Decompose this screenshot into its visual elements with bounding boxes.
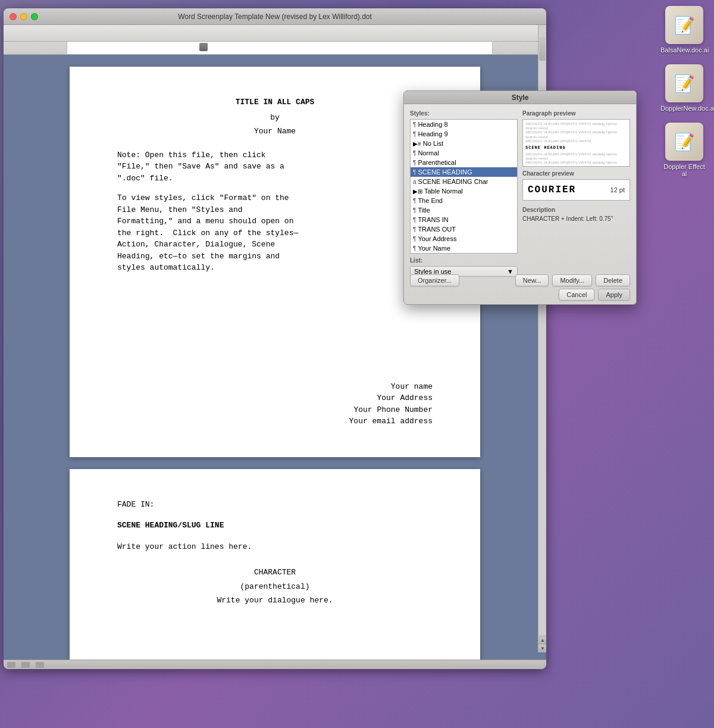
- para-mark: ¶: [413, 217, 416, 223]
- char-preview-section: Character preview COURIER 12 pt: [522, 170, 630, 201]
- page-title: TITLE IN ALL CAPS: [117, 96, 433, 108]
- contact-name: Your name: [117, 381, 433, 393]
- style-name-scene-heading-char: SCENE HEADING Char: [418, 178, 488, 185]
- style-name-trans-in: TRANS IN: [418, 216, 448, 223]
- char-preview-label: Character preview: [522, 170, 630, 177]
- status-icon-1: [7, 662, 15, 668]
- char-preview-font: COURIER: [528, 185, 576, 195]
- style-item-normal[interactable]: ¶ Normal: [411, 148, 517, 158]
- para-mark: ¶: [413, 150, 416, 157]
- para-mark: ¶: [413, 207, 416, 214]
- balsa-icon-label: BalsaNew.doc.ai: [660, 46, 708, 54]
- style-item-trans-in[interactable]: ¶ TRANS IN: [411, 215, 517, 224]
- ruler-slider[interactable]: [199, 43, 208, 51]
- ruler-inner: [67, 42, 493, 54]
- style-dialog: Style Styles: ¶ Heading 8 ¶ Heading 9 ▶≡…: [403, 90, 637, 305]
- style-name-the-end: The End: [418, 197, 443, 204]
- contact-address: Your Address: [117, 392, 433, 404]
- para-mark: ¶: [413, 226, 416, 233]
- page-by: by: [117, 112, 433, 124]
- page-contact-info: Your name Your Address Your Phone Number…: [117, 381, 433, 427]
- style-item-heading9[interactable]: ¶ Heading 9: [411, 129, 517, 139]
- para-mark: ¶: [413, 131, 416, 138]
- delete-button[interactable]: Delete: [596, 274, 630, 286]
- desktop-icons: 📝 BalsaNew.doc.ai 📝 DopplerNew.doc.ai 📝 …: [660, 6, 708, 177]
- doppler-effect-label: Doppler Effect al: [660, 163, 708, 177]
- dialog-buttons-row1: Organizer... New... Modify... Delete: [404, 272, 636, 286]
- right-buttons-group: New... Modify... Delete: [515, 274, 630, 286]
- scrollbar-thumb[interactable]: [539, 37, 546, 61]
- style-item-trans-out[interactable]: ¶ TRANS OUT: [411, 224, 517, 234]
- desktop-icon-balsa[interactable]: 📝 BalsaNew.doc.ai: [660, 6, 708, 54]
- style-item-your-address[interactable]: ¶ Your Address: [411, 234, 517, 243]
- maximize-button[interactable]: [31, 13, 38, 20]
- doppler-new-label: DopplerNew.doc.ai: [660, 105, 708, 112]
- page-2: FADE IN: SCENE HEADING/SLUG LINE Write y…: [70, 469, 480, 669]
- style-item-heading8[interactable]: ¶ Heading 8: [411, 120, 517, 129]
- para-preview: ABCDEFG HIJKLMN OPQRSTU VWXYZ abcdefg hi…: [522, 119, 630, 167]
- style-item-nolist[interactable]: ▶≡ No List: [411, 139, 517, 148]
- dialog-footer: Organizer... New... Modify... Delete Can…: [404, 272, 636, 304]
- style-item-scene-heading[interactable]: ¶ SCENE HEADING: [411, 167, 517, 177]
- para-mark: ¶: [413, 160, 416, 166]
- style-item-title[interactable]: ¶ Title: [411, 205, 517, 215]
- contact-phone: Your Phone Number: [117, 404, 433, 416]
- para-preview-content: ABCDEFG HIJKLMN OPQRSTU VWXYZ abcdefg hi…: [523, 120, 630, 167]
- scroll-up-arrow[interactable]: ▲: [538, 636, 546, 644]
- modify-button[interactable]: Modify...: [552, 274, 592, 286]
- contact-email: Your email address: [117, 415, 433, 427]
- status-bar: [4, 660, 546, 669]
- window-title: Word Screenplay Template New (revised by…: [178, 13, 372, 21]
- status-icon-3: [36, 662, 44, 668]
- style-name-nolist: No List: [423, 140, 443, 147]
- char-mark: a: [413, 179, 416, 185]
- page-note-2: To view styles, click "Format" on the Fi…: [117, 192, 433, 274]
- style-name-your-address: Your Address: [418, 235, 456, 242]
- para-mark: ¶: [413, 198, 416, 204]
- list-mark: ▶≡: [413, 140, 421, 147]
- minimize-button[interactable]: [20, 13, 27, 20]
- close-button[interactable]: [10, 13, 17, 20]
- para-preview-section: Paragraph preview ABCDEFG HIJKLMN OPQRST…: [522, 110, 630, 167]
- para-mark: ¶: [413, 169, 416, 176]
- style-name-your-name: Your Name: [418, 245, 450, 252]
- dialog-buttons-row2: Cancel Apply: [404, 289, 636, 305]
- styles-list[interactable]: ¶ Heading 8 ¶ Heading 9 ▶≡ No List ¶ Nor…: [410, 119, 518, 254]
- style-name-table-normal: Table Normal: [424, 188, 463, 195]
- scroll-down-arrow[interactable]: ▼: [538, 644, 546, 652]
- dialog-left-column: Styles: ¶ Heading 8 ¶ Heading 9 ▶≡ No Li…: [410, 110, 518, 277]
- dialog-right-column: Paragraph preview ABCDEFG HIJKLMN OPQRST…: [522, 110, 630, 277]
- page-author-name: Your Name: [117, 126, 433, 138]
- description-section: Description CHARACTER + Indent: Left: 0.…: [522, 207, 630, 222]
- scene-heading: SCENE HEADING/SLUG LINE: [117, 520, 433, 532]
- dialogue: Write your dialogue here.: [117, 595, 433, 607]
- dialog-body: Styles: ¶ Heading 8 ¶ Heading 9 ▶≡ No Li…: [404, 104, 636, 282]
- desktop-icon-doppler-new[interactable]: 📝 DopplerNew.doc.ai: [660, 64, 708, 112]
- styles-label: Styles:: [410, 110, 518, 117]
- toolbar-placeholder: [6, 30, 8, 36]
- desktop-icon-doppler-effect[interactable]: 📝 Doppler Effect al: [660, 123, 708, 177]
- style-name-heading8: Heading 8: [418, 121, 447, 128]
- style-name-trans-out: TRANS OUT: [418, 226, 456, 233]
- style-item-parenthetical[interactable]: ¶ Parenthetical: [411, 158, 517, 167]
- style-item-table-normal[interactable]: ▶⊞ Table Normal: [411, 186, 517, 196]
- fade-in: FADE IN:: [117, 499, 433, 511]
- scrollbar-arrows: ▲ ▼: [538, 636, 546, 652]
- ruler: [4, 42, 546, 55]
- para-preview-label: Paragraph preview: [522, 110, 630, 117]
- list-label: List:: [410, 257, 518, 264]
- toolbar: [4, 25, 546, 42]
- description-label: Description: [522, 207, 630, 213]
- style-item-your-name[interactable]: ¶ Your Name: [411, 243, 517, 253]
- parenthetical: (parenthetical): [117, 581, 433, 593]
- new-button[interactable]: New...: [515, 274, 549, 286]
- style-item-the-end[interactable]: ¶ The End: [411, 196, 517, 205]
- style-item-scene-heading-char[interactable]: a SCENE HEADING Char: [411, 177, 517, 186]
- dialog-title: Style: [512, 93, 529, 102]
- style-name-parenthetical: Parenthetical: [418, 159, 456, 166]
- cancel-button[interactable]: Cancel: [559, 289, 594, 301]
- organizer-button[interactable]: Organizer...: [410, 274, 459, 286]
- char-preview: COURIER 12 pt: [522, 179, 630, 201]
- table-mark: ▶⊞: [413, 188, 422, 195]
- apply-button[interactable]: Apply: [598, 289, 630, 301]
